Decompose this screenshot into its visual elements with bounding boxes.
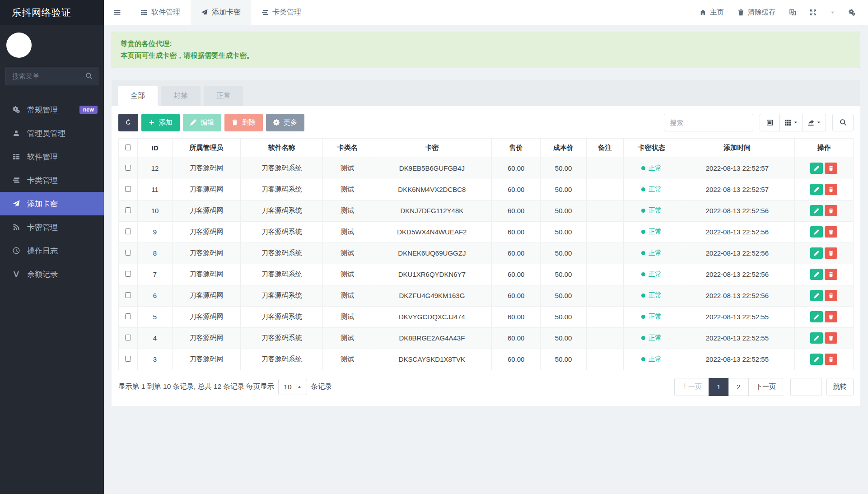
page-button-2[interactable]: 2 [728,378,749,396]
top-navbar: 软件管理添加卡密卡类管理 主页 清除缓存 [104,0,868,25]
page-size-select[interactable]: 10 [278,379,307,395]
delete-button-label: 删除 [242,118,256,127]
cell-added-time: 2022-08-13 22:52:56 [680,285,794,306]
topbar-tab-card-types[interactable]: 卡类管理 [251,0,312,25]
filter-tab-normal[interactable]: 正常 [204,86,243,106]
status-label: 正常 [649,334,662,342]
toolbar-left: 添加 编辑 删除 更多 [118,114,304,131]
pencil-icon [814,208,819,214]
settings-button[interactable] [849,9,855,16]
row-delete-button[interactable] [825,354,837,365]
table-search-button[interactable] [832,114,854,131]
detail-view-button[interactable] [760,114,780,131]
avatar[interactable] [6,33,32,58]
sidebar-item-general[interactable]: 常规管理new [0,98,104,121]
trash-icon [828,187,834,192]
sidebar-item-balance[interactable]: 余额记录 [0,262,104,286]
user-menu-button[interactable] [830,10,835,15]
row-delete-button[interactable] [825,163,837,174]
clear-cache-link[interactable]: 清除缓存 [737,8,776,17]
fullscreen-button[interactable] [810,9,817,16]
refresh-button[interactable] [118,114,138,131]
row-delete-button[interactable] [825,311,837,322]
cell-price: 60.00 [492,349,540,370]
row-checkbox[interactable] [125,186,131,192]
next-page-button[interactable]: 下一页 [748,378,783,396]
sidebar-toggle-button[interactable] [104,0,130,25]
delete-button[interactable]: 删除 [224,114,263,131]
row-checkbox[interactable] [125,313,131,319]
row-delete-button[interactable] [825,205,837,216]
row-edit-button[interactable] [810,163,823,174]
row-checkbox[interactable] [125,292,131,298]
sidebar-item-label: 操作日志 [27,246,58,256]
cell-card-type: 测试 [323,158,372,179]
search-icon[interactable] [85,72,93,79]
filter-tab-banned[interactable]: 封禁 [161,86,201,106]
row-checkbox[interactable] [125,356,131,362]
row-checkbox[interactable] [125,250,131,256]
row-checkbox[interactable] [125,271,131,277]
cell-software: 刀客源码系统 [241,221,323,242]
prev-page-button[interactable]: 上一页 [674,378,709,396]
status-badge: 正常 [641,164,662,172]
edit-button-label: 编辑 [201,118,214,127]
row-delete-button[interactable] [825,290,837,301]
row-edit-button[interactable] [810,354,823,365]
cell-card-key: DKSCAYSKD1X8TVK [372,349,492,370]
sidebar-item-software[interactable]: 软件管理 [0,145,104,168]
edit-button[interactable]: 编辑 [183,114,221,131]
row-edit-button[interactable] [810,269,823,280]
row-edit-button[interactable] [810,332,823,344]
cell-status: 正常 [623,179,680,200]
select-all-checkbox[interactable] [125,144,131,150]
row-delete-button[interactable] [825,247,837,259]
sidebar-item-add-cards[interactable]: 添加卡密 [0,192,104,215]
table-search-input[interactable] [664,114,753,131]
row-checkbox[interactable] [125,207,131,213]
cell-added-time: 2022-08-13 22:52:57 [680,179,794,200]
sidebar-item-logs[interactable]: 操作日志 [0,239,104,262]
more-button[interactable]: 更多 [266,114,304,131]
row-edit-button[interactable] [810,184,823,195]
row-edit-button[interactable] [810,290,823,301]
pencil-icon [814,272,819,277]
page-button-1[interactable]: 1 [709,378,729,396]
row-checkbox[interactable] [125,165,131,171]
row-delete-button[interactable] [825,269,837,280]
filter-tab-all[interactable]: 全部 [118,86,158,106]
sidebar-item-card-keys[interactable]: 卡密管理 [0,215,104,239]
row-delete-button[interactable] [825,332,837,344]
topbar-tab-label: 卡类管理 [272,8,301,17]
cell-software: 刀客源码系统 [241,264,323,285]
column-header-8: 卡密状态 [623,138,680,158]
row-edit-button[interactable] [810,247,823,259]
sidebar-search-input[interactable] [5,67,98,85]
topbar-tab-software[interactable]: 软件管理 [130,0,191,25]
language-switch-button[interactable] [789,9,796,16]
record-summary-after: 条记录 [311,382,332,391]
row-checkbox[interactable] [125,228,131,234]
add-button-label: 添加 [159,118,173,127]
sidebar-item-admins[interactable]: 管理员管理 [0,121,104,145]
pencil-icon [814,166,819,171]
add-button[interactable]: 添加 [141,114,180,131]
export-button[interactable] [803,114,826,131]
page-jump-input[interactable] [790,378,822,396]
home-link[interactable]: 主页 [700,8,724,17]
cell-added-time: 2022-08-13 22:52:56 [680,221,794,242]
caret-down-icon [793,120,798,125]
cell-card-key: DKD5WX4N4WUEAF2 [372,221,492,242]
columns-button[interactable] [779,114,803,131]
topbar-tab-add-cards[interactable]: 添加卡密 [191,0,251,25]
row-checkbox[interactable] [125,335,131,340]
jump-button[interactable]: 跳转 [826,378,854,396]
row-edit-button[interactable] [810,205,823,216]
row-edit-button[interactable] [810,311,823,322]
app-logo[interactable]: 乐抖网络验证 [0,0,104,25]
row-delete-button[interactable] [825,184,837,195]
row-delete-button[interactable] [825,226,837,238]
cell-actions [794,327,853,349]
row-edit-button[interactable] [810,226,823,238]
sidebar-item-card-types[interactable]: 卡类管理 [0,168,104,192]
